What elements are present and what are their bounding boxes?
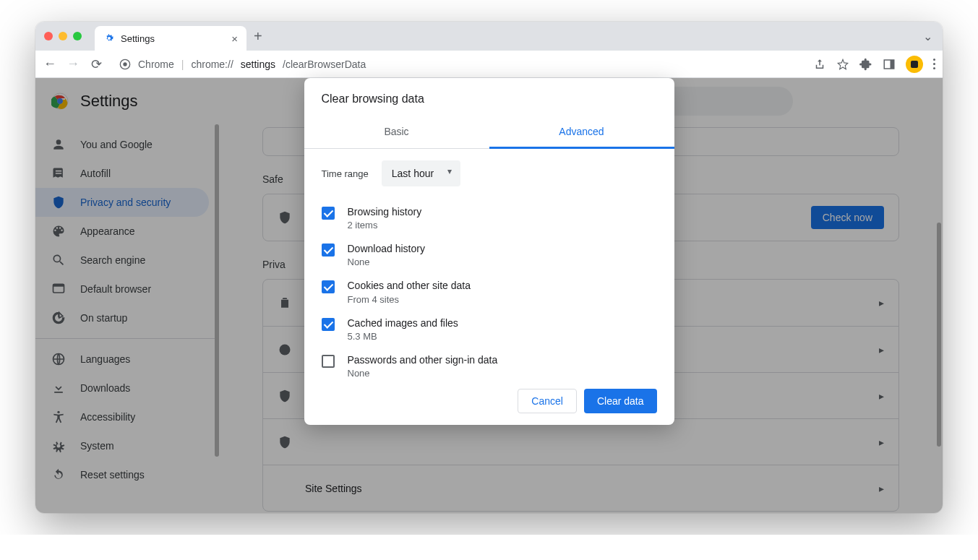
checkbox-sublabel: None xyxy=(348,257,425,267)
url-path-bold: settings xyxy=(241,59,275,70)
clear-browsing-data-dialog: Clear browsing data Basic Advanced Time … xyxy=(304,78,674,425)
page-content: Settings Search settings You and Google … xyxy=(35,78,943,513)
checkbox-sublabel: From 4 sites xyxy=(348,294,471,305)
checkbox-sublabel: 5.3 MB xyxy=(348,331,458,342)
checkbox[interactable] xyxy=(322,207,335,220)
svg-rect-3 xyxy=(891,60,894,69)
checkbox-label: Passwords and other sign-in data xyxy=(348,353,498,366)
maximize-window-button[interactable] xyxy=(73,32,82,40)
extensions-icon[interactable] xyxy=(859,58,872,71)
url-scheme: Chrome xyxy=(138,59,174,70)
dialog-footer: Cancel Clear data xyxy=(304,377,674,425)
time-range-row: Time range Last hour xyxy=(322,160,657,186)
browser-tab[interactable]: Settings × xyxy=(95,26,246,51)
checkbox[interactable] xyxy=(322,280,335,293)
close-tab-button[interactable]: × xyxy=(231,33,238,45)
checkbox-sublabel: 2 items xyxy=(348,220,422,231)
url-host: chrome:// xyxy=(191,59,233,70)
checkbox[interactable] xyxy=(322,244,335,257)
checkbox-label: Download history xyxy=(348,242,425,255)
share-icon[interactable] xyxy=(813,58,826,71)
window-controls xyxy=(44,32,82,40)
checkbox-row[interactable]: Cookies and other site dataFrom 4 sites xyxy=(322,273,657,310)
dialog-body: Time range Last hour Browsing history2 i… xyxy=(304,149,674,377)
profile-avatar[interactable] xyxy=(906,56,923,73)
forward-button: → xyxy=(66,56,80,72)
tab-advanced[interactable]: Advanced xyxy=(489,114,674,148)
clear-data-button[interactable]: Clear data xyxy=(584,389,657,413)
checkbox[interactable] xyxy=(322,318,335,331)
dialog-tabs: Basic Advanced xyxy=(304,114,674,149)
checkbox[interactable] xyxy=(322,355,335,368)
gear-icon xyxy=(103,33,115,44)
checkbox-row[interactable]: Download historyNone xyxy=(322,236,657,273)
minimize-window-button[interactable] xyxy=(59,32,67,40)
checkbox-row[interactable]: Passwords and other sign-in dataNone xyxy=(322,348,657,377)
checkbox-label: Cookies and other site data xyxy=(348,279,471,292)
cancel-button[interactable]: Cancel xyxy=(518,389,577,413)
close-window-button[interactable] xyxy=(44,32,53,40)
window-titlebar: Settings × + ⌄ xyxy=(35,22,943,51)
checkbox-label: Cached images and files xyxy=(348,316,458,329)
browser-window: Settings × + ⌄ ← → ⟳ Chrome | chrome://s… xyxy=(35,22,943,513)
reload-button[interactable]: ⟳ xyxy=(89,56,103,72)
chevron-down-icon[interactable]: ⌄ xyxy=(923,30,932,43)
url-path-rest: /clearBrowserData xyxy=(283,59,366,70)
tab-basic[interactable]: Basic xyxy=(304,114,489,148)
side-panel-icon[interactable] xyxy=(883,58,896,71)
bookmark-star-icon[interactable] xyxy=(836,58,849,71)
back-button[interactable]: ← xyxy=(43,56,57,72)
checkbox-row[interactable]: Browsing history2 items xyxy=(322,199,657,236)
checkbox-label: Browsing history xyxy=(348,205,422,218)
time-range-label: Time range xyxy=(322,168,369,179)
dialog-title: Clear browsing data xyxy=(304,78,674,114)
modal-overlay: Clear browsing data Basic Advanced Time … xyxy=(35,78,943,513)
toolbar-right xyxy=(813,56,935,73)
browser-toolbar: ← → ⟳ Chrome | chrome://settings/clearBr… xyxy=(35,51,943,78)
time-range-select[interactable]: Last hour xyxy=(382,160,460,186)
tab-title: Settings xyxy=(121,33,155,44)
svg-point-1 xyxy=(123,62,126,66)
chrome-icon xyxy=(119,59,131,70)
menu-button[interactable] xyxy=(933,59,935,69)
checkbox-sublabel: None xyxy=(348,368,498,377)
checkbox-row[interactable]: Cached images and files5.3 MB xyxy=(322,311,657,348)
new-tab-button[interactable]: + xyxy=(254,28,262,45)
address-bar[interactable]: Chrome | chrome://settings/clearBrowserD… xyxy=(112,53,805,75)
time-range-dropdown[interactable]: Last hour xyxy=(382,160,460,186)
